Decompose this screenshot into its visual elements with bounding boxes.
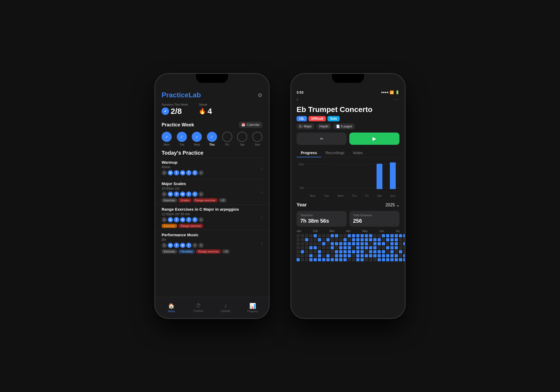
year-value[interactable]: 2025 ⌄	[385, 202, 399, 207]
nav-item-practice[interactable]: ⏱Practice	[185, 303, 212, 313]
activity-cell	[326, 246, 330, 249]
nav-item-home[interactable]: 🏠Home	[158, 303, 185, 313]
uploads-nav-icon: ♪	[224, 303, 227, 309]
week-row: ✓Mon✓Tue✓Wed✓ThuFriSatSun	[155, 131, 269, 147]
activity-cell	[348, 254, 351, 257]
day-circle[interactable]: ✓	[162, 132, 172, 142]
activity-cell	[390, 258, 394, 261]
tag-exercise: Exercise	[162, 249, 177, 254]
chart-x-label-tue: Tue	[324, 194, 329, 197]
gear-icon[interactable]: ⚙	[258, 92, 262, 98]
activity-cell	[352, 250, 355, 253]
activity-cell	[297, 242, 300, 245]
activity-cell	[301, 238, 304, 241]
activity-cell	[395, 242, 398, 245]
activity-cell	[331, 238, 334, 241]
activity-cell	[386, 246, 389, 249]
nav-item-uploads[interactable]: ♪Uploads	[212, 303, 239, 313]
scene: PracticeLab ⚙ Sessions This Week ✓ 2/8 S	[0, 0, 560, 392]
activity-week-col	[314, 234, 317, 261]
wifi-icon: 📶	[390, 90, 394, 94]
tags-row: ExerciseScalesRange exercise+3	[162, 198, 226, 202]
nav-item-progress[interactable]: 📊Progress	[239, 303, 266, 313]
day-pill: M	[168, 191, 173, 197]
activity-cell	[339, 254, 342, 257]
activity-cell	[322, 242, 325, 245]
activity-cell	[369, 238, 372, 241]
activity-cell	[314, 238, 317, 241]
streak-label: Streak	[199, 103, 212, 106]
chart-x-labels: MonTueWedThuFriSatSun	[306, 194, 399, 197]
activity-cell	[382, 258, 385, 261]
practice-item[interactable]: Warmup45minSMTWTFS›	[155, 158, 269, 179]
chart-bar-sun	[390, 162, 396, 189]
activity-cell	[378, 242, 381, 245]
practice-meta: 10:00am 1hr	[162, 187, 226, 190]
day-circle[interactable]	[252, 132, 262, 142]
day-circle[interactable]	[237, 132, 247, 142]
activity-cell	[335, 238, 338, 241]
activity-cell	[335, 254, 338, 257]
activity-cell	[365, 254, 368, 257]
activity-cell	[369, 234, 372, 237]
activity-cell	[382, 250, 385, 253]
day-circle[interactable]: ✓	[192, 132, 202, 142]
day-pill: W	[180, 217, 185, 222]
day-pill: F	[192, 217, 198, 222]
activity-cell	[399, 234, 402, 237]
activity-week-col	[382, 234, 385, 261]
activity-week-col	[361, 234, 364, 261]
activity-cell	[390, 242, 394, 245]
tab-recordings[interactable]: Recordings	[321, 149, 349, 157]
activity-cell	[309, 254, 313, 257]
play-button[interactable]: ▶	[349, 133, 399, 145]
week-day-tue: ✓Tue	[177, 132, 187, 146]
day-label: Wed	[194, 143, 200, 146]
month-label-feb: Feb	[313, 229, 318, 233]
left-header: PracticeLab ⚙	[155, 87, 269, 102]
activity-week-col	[369, 234, 372, 261]
streak-stat: Streak 🔥 4	[199, 103, 212, 116]
activity-cell	[322, 246, 325, 249]
chart-area: 13m 0m MonTueWedThuFriSatSun	[291, 160, 405, 197]
calendar-button[interactable]: 📅 Calendar	[239, 122, 262, 128]
activity-cell	[373, 242, 377, 245]
practice-item[interactable]: Performance Music2hrSMTWTFSExerciseFlexi…	[155, 230, 269, 256]
activity-cell	[343, 242, 347, 245]
activity-week-col	[335, 234, 338, 261]
activity-cell	[318, 258, 321, 261]
activity-week-col	[297, 234, 300, 261]
activity-cell	[297, 250, 300, 253]
activity-week-col	[339, 234, 342, 261]
activity-cell	[343, 254, 347, 257]
practice-item[interactable]: Range Exercises in C Major in arpeggios1…	[155, 205, 269, 230]
practice-meta: 12:00pm 1hr 30 min	[162, 212, 239, 216]
activity-cell	[386, 238, 389, 241]
activity-cell	[395, 258, 398, 261]
tab-progress[interactable]: Progress	[297, 149, 321, 157]
tab-notes[interactable]: Notes	[349, 149, 367, 157]
activity-cell	[343, 246, 347, 249]
activity-cell	[399, 250, 402, 253]
day-label: Sat	[240, 143, 245, 146]
edit-button[interactable]: ✏	[297, 133, 347, 145]
day-pill: T	[186, 170, 191, 175]
day-circle[interactable]: ✓	[207, 132, 217, 142]
day-pill: S	[198, 170, 204, 175]
back-button[interactable]: ‹	[297, 97, 298, 102]
activity-cell	[390, 238, 394, 241]
day-circle[interactable]: ✓	[177, 132, 187, 142]
activity-cell	[335, 246, 338, 249]
chart-bars	[306, 163, 399, 189]
activity-cell	[318, 238, 321, 241]
day-circle[interactable]	[222, 132, 232, 142]
activity-cell	[352, 234, 355, 237]
activity-cell	[365, 238, 368, 241]
practice-item[interactable]: Major Scales10:00am 1hrSMTWTFSExerciseSc…	[155, 179, 269, 205]
more-button[interactable]: ···	[394, 97, 399, 102]
day-pill: S	[162, 170, 167, 175]
activity-cell	[365, 258, 368, 261]
activity-cell	[343, 250, 347, 253]
activity-cell	[322, 254, 325, 257]
month-label-jul: Jul	[396, 229, 399, 233]
